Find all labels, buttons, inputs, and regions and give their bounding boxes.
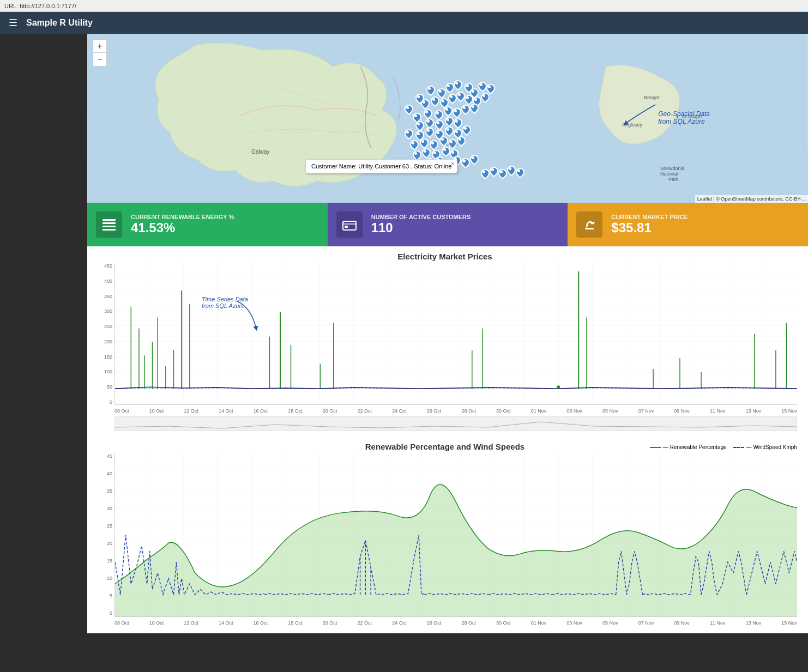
market-value: $35.81 [611, 220, 688, 235]
stats-bar: CURRENT RENEWABLE ENERGY % 41.53% NUMBER… [87, 203, 808, 246]
svg-text:Galway: Galway [251, 149, 269, 155]
map-pin[interactable] [403, 129, 412, 140]
svg-rect-10 [102, 222, 116, 224]
market-content: CURRENT MARKET PRICE $35.81 [611, 214, 688, 235]
electricity-chart-canvas: 08 Oct 10 Oct 12 Oct 14 Oct 16 Oct 18 Oc… [114, 263, 797, 431]
renewable-label: CURRENT RENEWABLE ENERGY % [131, 214, 234, 220]
hamburger-menu-icon[interactable]: ☰ [9, 17, 17, 29]
map-pin[interactable] [477, 82, 486, 93]
map-pin[interactable] [460, 158, 469, 169]
svg-rect-11 [102, 226, 116, 227]
map-pin[interactable] [430, 96, 438, 107]
map-pin[interactable] [444, 83, 453, 94]
app-title: Sample R Utility [26, 18, 93, 28]
renewable-chart-with-axis: 45 40 35 30 25 20 15 10 5 0 [93, 453, 797, 628]
legend-wind-label: — WindSpeed Kmph [746, 444, 797, 450]
map-pin[interactable] [453, 80, 461, 91]
map-pin[interactable] [506, 166, 515, 177]
renewable-chart-section: Renewable Percentage and Wind Speeds — R… [87, 437, 808, 633]
map-zoom-in[interactable]: + [93, 40, 106, 53]
map-pin[interactable] [441, 147, 449, 158]
customers-label: NUMBER OF ACTIVE CUSTOMERS [371, 214, 471, 220]
legend-line-renewable [650, 447, 661, 448]
stat-card-customers: NUMBER OF ACTIVE CUSTOMERS 110 [328, 203, 568, 246]
customers-value: 110 [371, 220, 471, 235]
svg-text:Snowdonia: Snowdonia [660, 166, 685, 171]
map-pin[interactable] [409, 140, 418, 151]
svg-rect-69 [115, 416, 797, 431]
map-pin[interactable] [489, 167, 497, 178]
map-pin[interactable] [469, 155, 478, 166]
main-content: Galway Dublin Snowdonia National Park Ba… [87, 34, 808, 633]
map-popup: Customer Name: Utility Customer 63 . Sta… [305, 159, 457, 173]
popup-text: Customer Name: Utility Customer 63 . Sta… [311, 163, 451, 169]
map-pin[interactable] [444, 126, 453, 137]
svg-point-68 [557, 385, 560, 389]
renewable-legend: — Renewable Percentage — WindSpeed Kmph [650, 444, 797, 450]
map-pin[interactable] [451, 108, 460, 119]
svg-rect-13 [343, 221, 356, 230]
map-pin[interactable] [515, 168, 523, 179]
legend-line-wind [733, 447, 744, 448]
electricity-chart-title: Electricity Market Prices [93, 252, 797, 261]
map-pin[interactable] [456, 136, 465, 147]
map-pin[interactable] [461, 125, 470, 136]
top-nav: ☰ Sample R Utility [0, 12, 808, 34]
electricity-chart-section: Electricity Market Prices 01/11/2016 09:… [87, 246, 808, 437]
legend-renewable-label: — Renewable Percentage [663, 444, 727, 450]
svg-rect-12 [102, 229, 116, 231]
market-icon [576, 211, 602, 238]
map-pin[interactable] [447, 94, 456, 105]
map-pin[interactable] [480, 93, 489, 104]
svg-text:National: National [660, 171, 678, 177]
renewable-icon [96, 211, 122, 238]
legend-wind: — WindSpeed Kmph [733, 444, 797, 450]
map-pin[interactable] [453, 118, 461, 129]
map-pin[interactable] [460, 105, 469, 116]
map-pin[interactable] [443, 106, 451, 117]
map-container: Galway Dublin Snowdonia National Park Ba… [87, 34, 808, 203]
electricity-chart-with-axis: 450 400 350 300 250 200 150 100 50 0 [93, 263, 797, 431]
svg-text:Park: Park [668, 177, 679, 182]
chart-navigator[interactable] [114, 416, 797, 431]
renewable-y-axis: 45 40 35 30 25 20 15 10 5 0 [93, 453, 114, 628]
y-axis: 450 400 350 300 250 200 150 100 50 0 [93, 263, 114, 417]
sidebar [0, 34, 87, 672]
legend-renewable: — Renewable Percentage [650, 444, 727, 450]
url-value: http://127.0.0.1:7177/ [20, 3, 76, 9]
map-pin[interactable] [424, 128, 433, 138]
map-pin[interactable] [438, 136, 447, 147]
renewable-x-axis: 08 Oct 10 Oct 12 Oct 14 Oct 16 Oct 18 Oc… [114, 619, 797, 628]
geo-spatial-label: Geo-Spacial Data from SQL Azure [658, 110, 710, 125]
map-pin[interactable] [455, 92, 464, 102]
customers-icon [336, 211, 363, 238]
renewable-value: 41.53% [131, 220, 234, 235]
stat-card-market: CURRENT MARKET PRICE $35.81 [568, 203, 808, 246]
map-pin[interactable] [497, 169, 506, 180]
customers-content: NUMBER OF ACTIVE CUSTOMERS 110 [371, 214, 471, 235]
url-bar: URL: http://127.0.0.1:7177/ [0, 0, 808, 12]
map-pin[interactable] [425, 86, 434, 96]
svg-rect-14 [345, 226, 348, 228]
renewable-content: CURRENT RENEWABLE ENERGY % 41.53% [131, 214, 234, 235]
map-attribution: Leaflet | © OpenStreetMap contributors, … [695, 195, 808, 203]
stat-card-renewable: CURRENT RENEWABLE ENERGY % 41.53% [87, 203, 328, 246]
electricity-x-axis: 08 Oct 10 Oct 12 Oct 14 Oct 16 Oct 18 Oc… [114, 407, 797, 416]
popup-close-button[interactable]: ✕ [450, 161, 455, 167]
map-pin[interactable] [480, 169, 489, 180]
map-controls: + − [93, 39, 107, 66]
map-pin[interactable] [469, 104, 478, 114]
map-background: Galway Dublin Snowdonia National Park Ba… [87, 34, 808, 203]
svg-rect-9 [102, 219, 116, 221]
electricity-chart-area: Time Series Data from SQL Azure 450 400 [93, 263, 797, 431]
renewable-chart-canvas: 08 Oct 10 Oct 12 Oct 14 Oct 16 Oct 18 Oc… [114, 453, 797, 628]
svg-rect-15 [585, 228, 594, 229]
market-label: CURRENT MARKET PRICE [611, 214, 688, 220]
url-label: URL: [4, 3, 18, 9]
map-zoom-out[interactable]: − [93, 53, 106, 66]
map-pin[interactable] [403, 105, 412, 116]
